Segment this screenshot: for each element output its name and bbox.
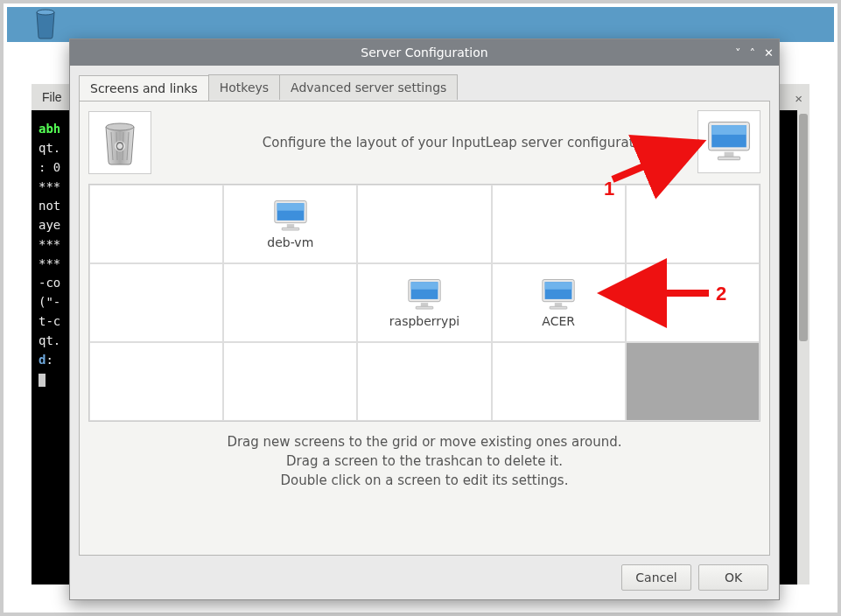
tab-hotkeys[interactable]: Hotkeys: [208, 74, 280, 100]
grid-cell-1-0[interactable]: [89, 263, 223, 342]
svg-rect-20: [421, 303, 428, 306]
ok-button[interactable]: OK: [698, 564, 768, 591]
grid-cell-1-4[interactable]: [626, 263, 760, 342]
tab-pane-screens: Configure the layout of your InputLeap s…: [79, 101, 770, 556]
grid-cell-1-1[interactable]: [223, 263, 357, 342]
minimize-icon[interactable]: ˅: [735, 46, 741, 60]
monitor-icon: [540, 277, 577, 312]
svg-rect-26: [550, 306, 567, 309]
trash-icon: [99, 118, 141, 167]
tab-advanced-server-settings[interactable]: Advanced server settings: [279, 74, 458, 100]
layout-instruction: Configure the layout of your InputLeap s…: [160, 135, 760, 150]
cancel-button[interactable]: Cancel: [621, 564, 691, 591]
monitor-icon: [406, 277, 443, 312]
trash-drop-target[interactable]: [88, 111, 151, 174]
new-screen-source[interactable]: [697, 110, 760, 173]
close-icon[interactable]: ✕: [764, 46, 774, 60]
hints-text: Drag new screens to the grid or move exi…: [88, 432, 760, 490]
monitor-icon: [272, 199, 309, 234]
svg-point-0: [37, 10, 54, 15]
maximize-icon[interactable]: ˄: [750, 46, 756, 60]
dialog-title: Server Configuration: [361, 46, 487, 60]
grid-cell-2-3[interactable]: [492, 342, 626, 421]
grid-cell-2-4[interactable]: [626, 342, 760, 421]
screen-label-acer: ACER: [542, 314, 575, 328]
grid-cell-0-3[interactable]: [492, 185, 626, 263]
grid-cell-2-0[interactable]: [89, 342, 223, 421]
svg-rect-19: [411, 282, 438, 289]
screen-grid[interactable]: deb-vm raspberrypi ACER: [88, 184, 760, 422]
grid-cell-2-1[interactable]: [223, 342, 357, 421]
grid-cell-1-3[interactable]: ACER: [492, 263, 626, 342]
screen-label-raspberrypi: raspberrypi: [389, 314, 459, 328]
svg-rect-10: [725, 152, 734, 157]
svg-rect-16: [282, 228, 299, 230]
terminal-menu-file[interactable]: File: [42, 88, 62, 107]
dialog-titlebar[interactable]: Server Configuration ˅ ˄ ✕: [70, 39, 779, 66]
grid-cell-1-2[interactable]: raspberrypi: [357, 263, 491, 342]
tab-bar: Screens and links Hotkeys Advanced serve…: [79, 74, 770, 100]
grid-cell-0-2[interactable]: [357, 185, 491, 263]
terminal-scrollbar[interactable]: [797, 110, 809, 584]
svg-rect-15: [287, 224, 294, 228]
svg-rect-24: [545, 282, 572, 289]
svg-point-1: [106, 123, 134, 130]
grid-cell-0-0[interactable]: [89, 185, 223, 263]
desktop-trash-icon: [33, 5, 58, 40]
monitor-icon: [705, 120, 753, 164]
grid-cell-0-1[interactable]: deb-vm: [223, 185, 357, 263]
screen-label-deb-vm: deb-vm: [267, 235, 313, 249]
svg-rect-9: [711, 125, 746, 135]
svg-rect-21: [416, 306, 433, 309]
tab-screens-and-links[interactable]: Screens and links: [79, 75, 209, 101]
svg-rect-25: [555, 303, 562, 306]
grid-cell-0-4[interactable]: [626, 185, 760, 263]
svg-rect-11: [718, 157, 739, 160]
terminal-close-icon[interactable]: ×: [795, 89, 802, 108]
desktop-background: [7, 7, 834, 42]
server-configuration-dialog: Server Configuration ˅ ˄ ✕ Screens and l…: [69, 38, 780, 600]
svg-rect-14: [277, 203, 304, 210]
grid-cell-2-2[interactable]: [357, 342, 491, 421]
